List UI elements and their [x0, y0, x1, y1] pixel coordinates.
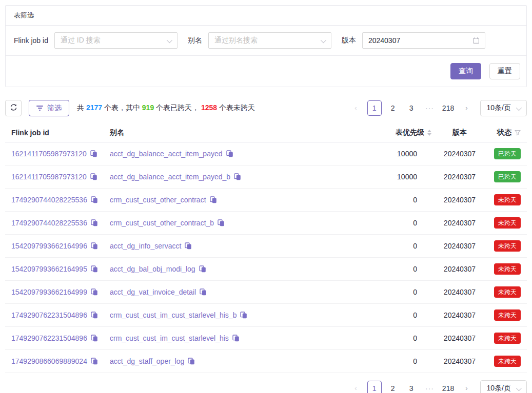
copy-icon[interactable] [91, 242, 98, 250]
job-id-link[interactable]: 1749290744028225536 [11, 196, 87, 204]
copy-icon[interactable] [90, 173, 97, 180]
status-badge: 未跨天 [494, 194, 521, 205]
job-id-link[interactable]: 1621411705987973120 [11, 150, 87, 158]
version-date-input[interactable]: 20240307 [362, 32, 485, 49]
alias-link[interactable]: acct_dg_vat_invoice_detail [110, 288, 196, 296]
next-page-button[interactable]: › [460, 381, 474, 393]
refresh-icon [10, 104, 17, 113]
copy-icon[interactable] [234, 173, 241, 180]
alias-select[interactable]: 通过别名搜索 [208, 32, 331, 49]
page-size-select[interactable]: 10条/页 [480, 100, 527, 116]
page-button-3[interactable]: 3 [404, 100, 419, 116]
priority-value: 0 [413, 311, 417, 319]
field-flink-job-id: Flink job id 通过 ID 搜索 [14, 32, 178, 49]
table-row: 1749290744028225536 crm_cust_cust_other_… [5, 189, 527, 212]
copy-icon[interactable] [91, 219, 98, 226]
status-badge: 未跨天 [494, 240, 521, 252]
version-value: 20240307 [444, 196, 476, 204]
version-value: 20240307 [444, 334, 476, 342]
priority-value: 0 [413, 334, 417, 342]
copy-icon[interactable] [200, 288, 207, 296]
column-header-status: 状态 [484, 123, 527, 142]
prev-page-button[interactable]: ‹ [349, 381, 363, 393]
priority-value: 0 [413, 357, 417, 365]
version-label: 版本 [342, 36, 356, 45]
job-id-link[interactable]: 1749290744028225536 [11, 219, 87, 227]
query-button[interactable]: 查询 [450, 63, 481, 79]
field-version: 版本 20240307 [342, 32, 485, 49]
page-button-218[interactable]: 218 [441, 381, 456, 393]
copy-icon[interactable] [90, 150, 97, 157]
alias-link[interactable]: acct_dg_staff_oper_log [110, 357, 184, 365]
version-value: 20240307 [444, 265, 476, 273]
status-badge: 未跨天 [494, 263, 521, 275]
not-crossed-count: 1258 [201, 104, 217, 112]
copy-icon[interactable] [226, 150, 233, 157]
flink-job-id-select[interactable]: 通过 ID 搜索 [54, 32, 178, 49]
chevron-down-icon [321, 37, 326, 43]
priority-value: 10000 [397, 150, 417, 158]
copy-icon[interactable] [91, 196, 98, 203]
copy-icon[interactable] [91, 312, 98, 319]
job-id-link[interactable]: 1749290762231504896 [11, 334, 87, 342]
page-button-1[interactable]: 1 [367, 100, 382, 116]
next-page-button[interactable]: › [460, 100, 474, 116]
filter-funnel-icon[interactable] [515, 130, 521, 136]
page-button-218[interactable]: 218 [441, 100, 456, 116]
job-id-link[interactable]: 1621411705987973120 [11, 173, 87, 181]
alias-link[interactable]: crm_cust_cust_im_cust_starlevel_his [110, 334, 229, 342]
table-header-row: Flink job id 别名 表优先级 版本 状态 [5, 123, 527, 142]
copy-icon[interactable] [210, 196, 217, 203]
copy-icon[interactable] [91, 335, 98, 342]
page-button-3[interactable]: 3 [404, 381, 419, 393]
alias-link[interactable]: acct_dg_bal_obj_modi_log [110, 265, 195, 273]
copy-icon[interactable] [240, 312, 247, 319]
page-button-2[interactable]: 2 [386, 100, 400, 116]
alias-link[interactable]: acct_dg_balance_acct_item_payed_b [110, 173, 230, 181]
page-size-label: 10条/页 [487, 104, 511, 113]
job-id-link[interactable]: 1542097993662164995 [11, 265, 87, 273]
column-header-priority[interactable]: 表优先级 [379, 123, 436, 142]
filter-card: 表筛选 Flink job id 通过 ID 搜索 别名 通过别名搜索 版本 2… [5, 5, 527, 87]
filter-card-title: 表筛选 [6, 6, 526, 26]
page-button-2[interactable]: 2 [386, 381, 400, 393]
flink-job-id-label: Flink job id [14, 36, 48, 45]
copy-icon[interactable] [91, 358, 98, 365]
prev-page-button[interactable]: ‹ [349, 100, 363, 116]
filter-toggle-button[interactable]: 筛选 [29, 100, 69, 116]
copy-icon[interactable] [91, 288, 98, 296]
status-badge: 未跨天 [494, 286, 521, 298]
job-id-link[interactable]: 1749290866069889024 [11, 357, 87, 365]
table-row: 1749290744028225536 crm_cust_cust_other_… [5, 212, 527, 235]
page-ellipsis[interactable]: ··· [423, 100, 437, 116]
page-button-1[interactable]: 1 [367, 381, 382, 393]
page-size-select[interactable]: 10条/页 [480, 380, 527, 393]
copy-icon[interactable] [188, 358, 195, 365]
total-count: 2177 [86, 104, 102, 112]
refresh-button[interactable] [5, 100, 22, 116]
copy-icon[interactable] [91, 265, 98, 273]
filter-toggle-label: 筛选 [47, 104, 62, 113]
reset-button[interactable]: 重置 [489, 63, 520, 79]
table-body: 1621411705987973120 acct_dg_balance_acct… [5, 142, 527, 373]
status-badge: 未跨天 [494, 217, 521, 229]
sort-icon[interactable] [427, 130, 431, 136]
job-id-link[interactable]: 1542097993662164999 [11, 288, 87, 296]
copy-icon[interactable] [218, 219, 225, 226]
alias-link[interactable]: crm_cust_cust_im_cust_starlevel_his_b [110, 311, 237, 319]
page-ellipsis[interactable]: ··· [423, 381, 437, 393]
copy-icon[interactable] [185, 242, 192, 250]
status-badge: 未跨天 [494, 309, 521, 321]
table-row: 1542097993662164999 acct_dg_vat_invoice_… [5, 281, 527, 304]
version-value: 20240307 [444, 150, 476, 158]
field-alias: 别名 通过别名搜索 [188, 32, 331, 49]
alias-link[interactable]: crm_cust_cust_other_contract_b [110, 219, 214, 227]
copy-icon[interactable] [199, 265, 206, 273]
job-id-link[interactable]: 1542097993662164996 [11, 242, 87, 250]
alias-link[interactable]: acct_dg_balance_acct_item_payed [110, 150, 223, 158]
job-id-link[interactable]: 1749290762231504896 [11, 311, 87, 319]
alias-link[interactable]: acct_dg_info_servacct [110, 242, 181, 250]
alias-link[interactable]: crm_cust_cust_other_contract [110, 196, 206, 204]
toolbar: 筛选 共 2177 个表，其中 919 个表已跨天， 1258 个表未跨天 ‹1… [5, 100, 527, 116]
copy-icon[interactable] [232, 335, 240, 342]
